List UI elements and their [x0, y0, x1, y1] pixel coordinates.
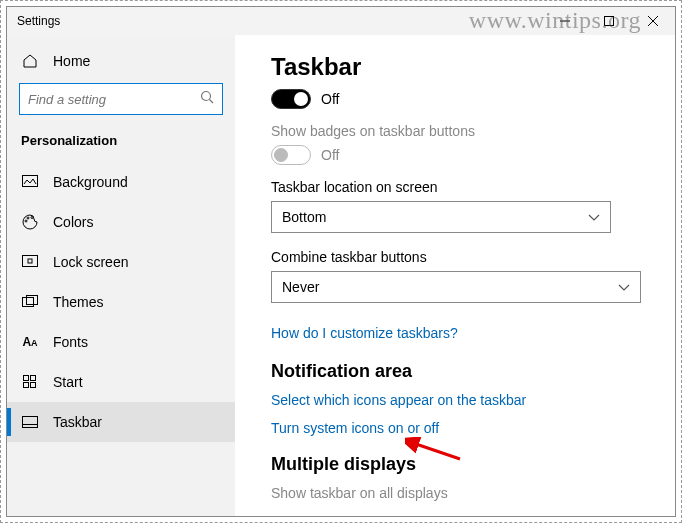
svg-rect-15	[31, 376, 36, 381]
sidebar-item-taskbar[interactable]: Taskbar	[7, 402, 235, 442]
svg-rect-17	[31, 383, 36, 388]
svg-point-9	[31, 217, 33, 219]
nav-list: Background Colors Lock screen Themes	[7, 162, 235, 442]
sidebar-item-label: Start	[53, 374, 83, 390]
window-controls	[543, 7, 675, 35]
sidebar-item-label: Colors	[53, 214, 93, 230]
taskbar-icon	[21, 416, 39, 428]
svg-rect-10	[23, 256, 38, 267]
sidebar-item-label: Fonts	[53, 334, 88, 350]
toggle-badges-state: Off	[321, 147, 339, 163]
fonts-icon: AA	[21, 335, 39, 349]
svg-rect-16	[24, 383, 29, 388]
main-content: Taskbar Off Show badges on taskbar butto…	[235, 35, 675, 516]
svg-line-5	[210, 100, 214, 104]
home-label: Home	[53, 53, 90, 69]
lockscreen-icon	[21, 255, 39, 269]
colors-icon	[21, 214, 39, 230]
themes-icon	[21, 295, 39, 309]
notification-heading: Notification area	[271, 361, 655, 382]
home-nav[interactable]: Home	[7, 43, 235, 79]
sidebar-item-fonts[interactable]: AA Fonts	[7, 322, 235, 362]
svg-rect-6	[23, 176, 38, 187]
multiple-displays-heading: Multiple displays	[271, 454, 655, 475]
svg-rect-12	[23, 298, 34, 307]
multi-label: Show taskbar on all displays	[271, 485, 655, 501]
sidebar-item-label: Lock screen	[53, 254, 128, 270]
combine-value: Never	[282, 279, 319, 295]
maximize-button[interactable]	[587, 7, 631, 35]
select-icons-link[interactable]: Select which icons appear on the taskbar	[271, 392, 655, 408]
search-input[interactable]	[19, 83, 223, 115]
close-button[interactable]	[631, 7, 675, 35]
section-label: Personalization	[7, 127, 235, 162]
background-icon	[21, 175, 39, 189]
svg-rect-1	[605, 17, 614, 26]
svg-point-7	[25, 220, 27, 222]
combine-label: Combine taskbar buttons	[271, 249, 655, 265]
home-icon	[21, 53, 39, 69]
window-title: Settings	[17, 14, 60, 28]
sidebar: Home Personalization Background	[7, 35, 235, 516]
svg-point-4	[202, 92, 211, 101]
page-title: Taskbar	[271, 53, 655, 81]
svg-rect-13	[27, 296, 38, 305]
sidebar-item-background[interactable]: Background	[7, 162, 235, 202]
svg-point-8	[27, 217, 29, 219]
sidebar-item-colors[interactable]: Colors	[7, 202, 235, 242]
chevron-down-icon	[618, 279, 630, 295]
svg-rect-18	[23, 417, 38, 428]
sidebar-item-lockscreen[interactable]: Lock screen	[7, 242, 235, 282]
search-field[interactable]	[28, 92, 200, 107]
location-label: Taskbar location on screen	[271, 179, 655, 195]
search-icon	[200, 90, 214, 108]
system-icons-link[interactable]: Turn system icons on or off	[271, 420, 655, 436]
combine-dropdown[interactable]: Never	[271, 271, 641, 303]
chevron-down-icon	[588, 209, 600, 225]
sidebar-item-label: Background	[53, 174, 128, 190]
location-value: Bottom	[282, 209, 326, 225]
sidebar-item-label: Taskbar	[53, 414, 102, 430]
badges-label: Show badges on taskbar buttons	[271, 123, 655, 139]
svg-rect-11	[28, 259, 32, 263]
sidebar-item-label: Themes	[53, 294, 104, 310]
sidebar-item-themes[interactable]: Themes	[7, 282, 235, 322]
sidebar-item-start[interactable]: Start	[7, 362, 235, 402]
svg-rect-14	[24, 376, 29, 381]
start-icon	[21, 375, 39, 389]
minimize-button[interactable]	[543, 7, 587, 35]
location-dropdown[interactable]: Bottom	[271, 201, 611, 233]
titlebar: Settings	[7, 7, 675, 35]
settings-window: Settings Home	[6, 6, 676, 517]
toggle-badges	[271, 145, 311, 165]
toggle-taskbar-state: Off	[321, 91, 339, 107]
toggle-taskbar[interactable]	[271, 89, 311, 109]
customize-link[interactable]: How do I customize taskbars?	[271, 325, 458, 341]
